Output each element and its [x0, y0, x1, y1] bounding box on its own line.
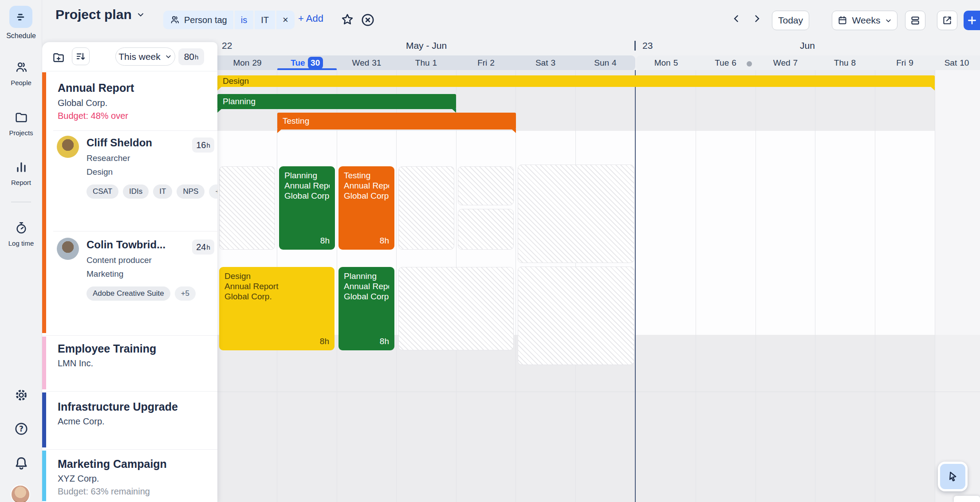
- tag[interactable]: NPS: [177, 184, 205, 199]
- nav-item-log-time[interactable]: Log time: [0, 221, 42, 247]
- phase-bar-planning[interactable]: Planning: [217, 94, 456, 109]
- svg-text:?: ?: [19, 424, 24, 433]
- person-row-cliff[interactable]: Cliff Sheldon 16h Researcher Design CSAT…: [42, 130, 217, 231]
- cursor-mode-button[interactable]: [938, 462, 968, 491]
- month-label: May - Jun: [217, 40, 635, 51]
- avatar[interactable]: [57, 238, 79, 260]
- project-group-infrastructure-upgrade[interactable]: Infrastructure Upgrade Acme Corp.: [42, 391, 217, 448]
- phase-bar-testing[interactable]: Testing: [277, 113, 516, 129]
- weekend-placeholder[interactable]: [518, 165, 634, 263]
- day-header-mon-29[interactable]: Mon29: [217, 55, 277, 71]
- filter-chip: Person tag is IT ×: [163, 11, 295, 29]
- day-header-sat-3[interactable]: Sat3: [516, 55, 575, 71]
- gear-icon: [14, 388, 29, 403]
- schedule-canvas[interactable]: Design Planning Testing Planning Annual …: [217, 70, 980, 502]
- calendar-icon: [837, 15, 848, 26]
- task-card-testing-wed[interactable]: Testing Annual Report Global Corp. 8h: [338, 166, 394, 250]
- nav-rail: Schedule People Projects: [0, 0, 42, 502]
- tag[interactable]: IDIs: [123, 184, 149, 199]
- project-name[interactable]: Infrastructure Upgrade: [58, 400, 178, 413]
- placeholder-cell[interactable]: [458, 166, 514, 205]
- view-zoom-label: Weeks: [852, 15, 881, 26]
- filter-value[interactable]: IT: [255, 11, 275, 29]
- today-button[interactable]: Today: [772, 11, 809, 30]
- rows-icon: [909, 15, 921, 26]
- prev-week-button[interactable]: [731, 13, 742, 24]
- bar-chart-icon: [14, 160, 28, 174]
- nav-item-report[interactable]: Report: [0, 160, 42, 186]
- next-week-button[interactable]: [752, 13, 762, 24]
- settings-button[interactable]: [0, 388, 42, 404]
- project-group-annual-report[interactable]: Annual Report Global Corp. Budget: 48% o…: [42, 71, 217, 334]
- person-row-colin[interactable]: Colin Towbrid... 24h Content producer Ma…: [42, 231, 217, 333]
- nav-item-schedule[interactable]: [9, 6, 32, 28]
- placeholder-cell[interactable]: [219, 166, 275, 250]
- day-header-wed-7[interactable]: Wed7: [756, 55, 815, 71]
- person-name[interactable]: Colin Towbrid...: [87, 239, 165, 251]
- clear-filter-icon-button[interactable]: [360, 12, 375, 27]
- notifications-button[interactable]: [0, 455, 42, 473]
- nav-item-people[interactable]: People: [0, 60, 42, 86]
- day-header-thu-1[interactable]: Thu1: [396, 55, 456, 71]
- task-card-planning-wed[interactable]: Planning Annual Report Global Corp. 8h: [338, 267, 394, 350]
- tag[interactable]: Adobe Creative Suite: [87, 286, 170, 301]
- project-budget-status: Budget: 48% over: [58, 111, 128, 121]
- tag[interactable]: IT: [153, 184, 172, 199]
- day-header-sat-10[interactable]: Sat10: [933, 55, 980, 71]
- week-range-select[interactable]: This week: [115, 47, 175, 66]
- day-header-mon-5[interactable]: Mon5: [636, 55, 696, 71]
- task-card-design-mon-tue[interactable]: Design Annual Report Global Corp. 8h: [219, 267, 335, 350]
- weekend-placeholder[interactable]: [518, 267, 634, 365]
- phase-bar-design[interactable]: Design: [217, 75, 935, 87]
- project-group-marketing-campaign[interactable]: Marketing Campaign XYZ Corp. Budget: 63%…: [42, 449, 217, 502]
- panel-header: This week 80h: [42, 42, 217, 71]
- view-zoom-select[interactable]: Weeks: [832, 11, 897, 30]
- chevron-down-icon: [885, 17, 892, 24]
- nav-label-people: People: [0, 79, 42, 86]
- filter-operator[interactable]: is: [235, 11, 253, 29]
- plus-icon: [966, 15, 978, 26]
- row-density-button[interactable]: [905, 11, 925, 30]
- avatar[interactable]: [57, 136, 79, 158]
- person-name[interactable]: Cliff Sheldon: [87, 137, 152, 149]
- project-client: Acme Corp.: [58, 416, 105, 427]
- help-button[interactable]: ?: [0, 421, 42, 438]
- schedule-view-selector[interactable]: Project plan: [55, 7, 145, 22]
- project-name[interactable]: Annual Report: [58, 82, 134, 94]
- project-name[interactable]: Marketing Campaign: [58, 458, 167, 471]
- more-tags-badge[interactable]: +5: [175, 286, 196, 301]
- day-header-thu-8[interactable]: Thu8: [815, 55, 875, 71]
- filter-field[interactable]: Person tag: [163, 11, 233, 29]
- person-tags: Adobe Creative Suite +5: [87, 286, 196, 301]
- day-header-wed-31[interactable]: Wed31: [337, 55, 397, 71]
- more-tags-badge[interactable]: +5: [209, 184, 217, 199]
- tag[interactable]: CSAT: [87, 184, 118, 199]
- add-filter-button[interactable]: + Add: [298, 13, 323, 24]
- person-tag-icon: [169, 15, 180, 25]
- add-project-button[interactable]: [52, 51, 65, 64]
- share-export-button[interactable]: [937, 11, 957, 30]
- favorite-star-button[interactable]: [340, 12, 354, 27]
- month-label: Jun: [697, 40, 918, 51]
- row-divider: [217, 392, 980, 392]
- person-department: Design: [87, 167, 113, 177]
- day-header-fri-2[interactable]: Fri2: [456, 55, 516, 71]
- week-range-label: This week: [118, 51, 161, 62]
- nav-item-projects[interactable]: Projects: [0, 110, 42, 137]
- filter-remove-button[interactable]: ×: [276, 11, 295, 29]
- bell-icon: [13, 455, 29, 471]
- project-group-employee-training[interactable]: Employee Training LMN Inc.: [42, 335, 217, 390]
- project-color-bar: [42, 337, 46, 389]
- day-header-sun-4[interactable]: Sun4: [575, 55, 635, 71]
- task-card-planning-tue[interactable]: Planning Annual Report Global Corp. 8h: [279, 166, 335, 250]
- sort-button[interactable]: [72, 47, 90, 65]
- user-avatar[interactable]: [11, 485, 30, 502]
- schedule-icon: [15, 11, 27, 23]
- day-header-fri-9[interactable]: Fri9: [875, 55, 935, 71]
- placeholder-cell[interactable]: [398, 166, 454, 250]
- placeholder-cell[interactable]: [458, 209, 514, 250]
- placeholder-cell[interactable]: [398, 267, 514, 350]
- schedule-left-panel: This week 80h Annual Report Global Corp.…: [42, 42, 217, 502]
- add-new-button[interactable]: [964, 11, 980, 30]
- project-name[interactable]: Employee Training: [58, 342, 156, 355]
